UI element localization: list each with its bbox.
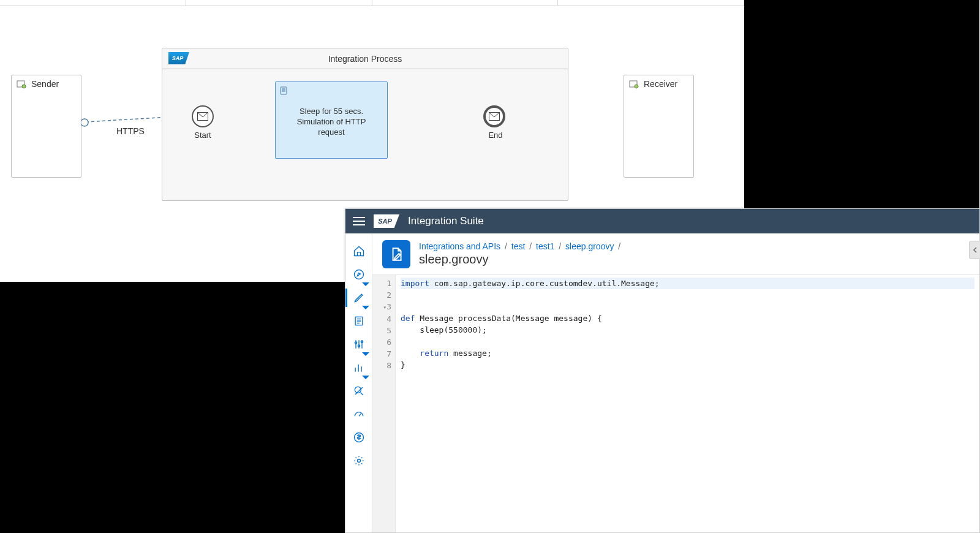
sliders-icon (353, 338, 365, 350)
search-off-icon (353, 385, 365, 397)
receiver-label: Receiver (644, 79, 677, 89)
suite-header: SAP Integration Suite (345, 209, 979, 233)
side-nav-rail (345, 233, 372, 532)
svg-point-5 (22, 85, 26, 88)
collapse-right-panel-button[interactable] (969, 241, 980, 259)
code-editor[interactable]: 1 2 ▾3 4 5 6 7 8 import com.sap.gateway.… (372, 275, 979, 532)
connector-label-https[interactable]: HTTPS (116, 126, 145, 136)
chevron-left-icon (972, 247, 978, 253)
gauge-icon (353, 408, 365, 420)
participant-sender[interactable]: Sender (11, 75, 81, 178)
breadcrumb-link-seg3[interactable]: sleep.groovy (565, 241, 614, 251)
file-type-icon (382, 240, 410, 268)
home-icon (353, 245, 365, 257)
breadcrumb-bar: Integrations and APIs / test / test1 / s… (372, 233, 979, 275)
nav-test[interactable] (345, 309, 372, 333)
nav-monetize[interactable] (345, 426, 372, 449)
envelope-icon (197, 112, 208, 121)
svg-point-10 (354, 270, 363, 279)
compass-icon (353, 268, 365, 281)
document-edit-icon (388, 246, 404, 262)
pool-header: SAP Integration Process (162, 48, 568, 69)
bar-chart-icon (353, 361, 365, 374)
svg-point-3 (81, 119, 88, 126)
nav-home[interactable] (345, 240, 372, 263)
end-event-label: End (471, 130, 520, 140)
page-title: sleep.groovy (419, 252, 622, 266)
breadcrumb-link-seg1[interactable]: test (511, 241, 526, 251)
top-ruler (0, 0, 744, 6)
breadcrumb-link-root[interactable]: Integrations and APIs (419, 241, 500, 251)
panel-black-bottom-left (0, 282, 345, 533)
integration-process-pool[interactable]: SAP Integration Process Start Sleep for … (162, 48, 568, 201)
participant-icon (629, 79, 639, 89)
participant-icon (17, 79, 26, 89)
hamburger-menu-button[interactable] (353, 217, 365, 225)
breadcrumb: Integrations and APIs / test / test1 / s… (419, 241, 622, 251)
editor-gutter: 1 2 ▾3 4 5 6 7 8 (372, 275, 396, 532)
script-icon (279, 86, 289, 96)
script-task[interactable]: Sleep for 55 secs. Simulation of HTTP re… (275, 81, 388, 159)
dollar-icon (353, 431, 365, 444)
nav-operate[interactable] (345, 403, 372, 426)
nav-inspect[interactable] (345, 379, 372, 403)
participant-receiver[interactable]: Receiver (624, 75, 694, 178)
suite-title: Integration Suite (408, 215, 484, 227)
start-event[interactable] (192, 105, 214, 127)
pool-title: Integration Process (162, 54, 568, 64)
script-task-text: Sleep for 55 secs. Simulation of HTTP re… (281, 107, 382, 138)
sap-logo-icon: SAP (374, 214, 399, 228)
end-event[interactable] (483, 105, 505, 127)
sender-label: Sender (31, 79, 59, 89)
breadcrumb-link-seg2[interactable]: test1 (536, 241, 554, 251)
gear-icon (353, 455, 365, 467)
svg-point-17 (357, 459, 360, 463)
editor-content[interactable]: import com.sap.gateway.ip.core.customdev… (396, 275, 979, 532)
svg-point-7 (635, 85, 638, 88)
nav-settings[interactable] (345, 449, 372, 472)
integration-suite-window: SAP Integration Suite (345, 208, 980, 533)
envelope-icon (489, 112, 500, 121)
start-event-label: Start (178, 130, 227, 140)
form-icon (353, 315, 365, 327)
pencil-icon (353, 292, 365, 304)
